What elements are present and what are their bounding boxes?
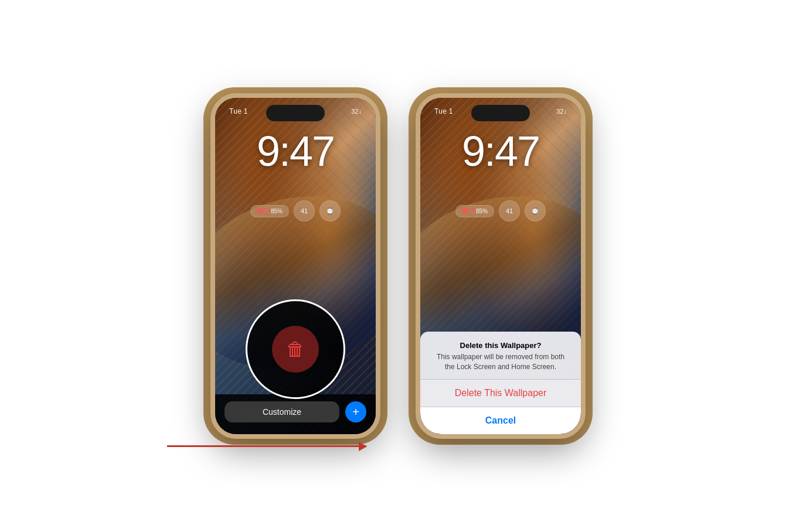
temperature-widget-left: 41 [294, 200, 315, 221]
temperature-value-right: 41 [506, 207, 513, 214]
phone-right: Tue 1 32↓ 9:47 85% 41 [416, 93, 586, 439]
battery-fill-right [463, 209, 468, 213]
trash-icon: 🗑 [286, 339, 305, 360]
phone-bottom-left: Customize + [215, 394, 376, 434]
delete-wallpaper-label: Delete This Wallpaper [455, 388, 547, 398]
trash-circle-inner: 🗑 [272, 326, 319, 373]
signal-icon: 32↓ [351, 108, 362, 115]
status-signal-left: 32↓ [351, 108, 362, 115]
trash-circle-outer[interactable]: 🗑 [246, 299, 345, 399]
lock-clock-right: 9:47 [420, 130, 581, 172]
clock-time-right: 9:47 [420, 130, 581, 172]
phone-left-frame: Tue 1 32↓ 9:47 85% 41 [210, 93, 380, 439]
action-sheet: Delete this Wallpaper? This wallpaper wi… [420, 332, 581, 434]
watch-widget-left: ⌚ [319, 200, 341, 221]
watch-icon-right: ⌚ [531, 207, 539, 215]
status-day-right: Tue 1 [434, 107, 453, 115]
status-signal-right: 32↓ [556, 108, 567, 115]
battery-icon-left [257, 208, 268, 214]
battery-widget-left: 85% [250, 205, 289, 217]
watch-icon-left: ⌚ [326, 207, 334, 215]
scene: Tue 1 32↓ 9:47 85% 41 [0, 0, 796, 532]
customize-button[interactable]: Customize [224, 401, 339, 422]
battery-percent-left: 85% [271, 208, 283, 214]
temperature-widget-right: 41 [499, 200, 520, 221]
delete-wallpaper-action[interactable]: Delete This Wallpaper [420, 380, 581, 407]
watch-widget-right: ⌚ [525, 200, 546, 221]
cancel-action[interactable]: Cancel [420, 407, 581, 434]
lock-clock-left: 9:47 [215, 130, 376, 172]
action-sheet-title: Delete this Wallpaper? [432, 341, 569, 350]
action-sheet-subtitle: This wallpaper will be removed from both… [432, 352, 569, 372]
dialog-overlay: Delete this Wallpaper? This wallpaper wi… [420, 332, 581, 434]
battery-percent-right: 85% [476, 208, 488, 214]
battery-fill-left [258, 209, 263, 213]
cancel-label: Cancel [485, 415, 516, 425]
arrow-container [167, 445, 366, 447]
widgets-row-left: 85% 41 ⌚ [215, 200, 376, 221]
action-sheet-header: Delete this Wallpaper? This wallpaper wi… [420, 332, 581, 380]
bottom-buttons-left: Customize + [224, 401, 366, 422]
battery-icon-right [462, 208, 474, 214]
phone-right-frame: Tue 1 32↓ 9:47 85% 41 [416, 93, 586, 439]
widgets-row-right: 85% 41 ⌚ [420, 200, 581, 221]
status-bar-left: Tue 1 32↓ [215, 107, 376, 115]
status-day-left: Tue 1 [229, 107, 248, 115]
clock-time-left: 9:47 [215, 130, 376, 172]
phone-left: Tue 1 32↓ 9:47 85% 41 [210, 93, 380, 439]
status-bar-right: Tue 1 32↓ [420, 107, 581, 115]
add-button[interactable]: + [345, 401, 366, 422]
trash-overlay: 🗑 [246, 299, 345, 399]
battery-widget-right: 85% [455, 205, 494, 217]
arrow-line [167, 445, 366, 447]
temperature-value-left: 41 [301, 207, 308, 214]
signal-text-right: 32↓ [556, 108, 567, 115]
